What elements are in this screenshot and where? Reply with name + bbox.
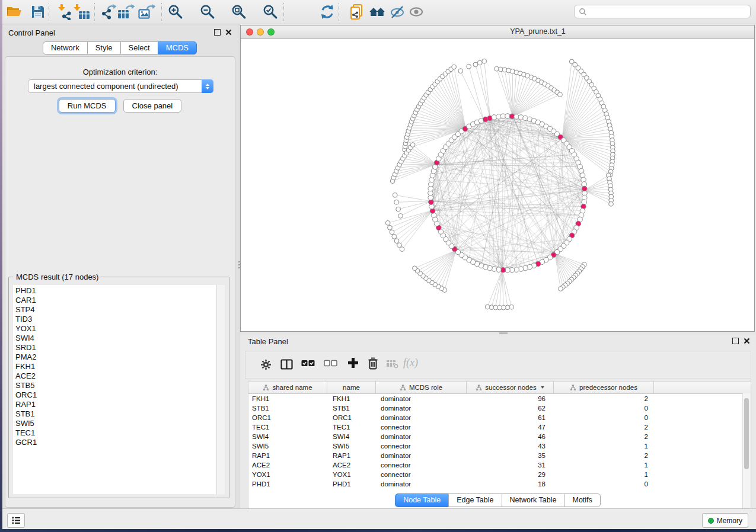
control-tab-select[interactable]: Select [120, 41, 158, 55]
save-session-icon[interactable] [30, 4, 46, 20]
table-cell: 1 [554, 443, 654, 450]
column-header-shared-name[interactable]: shared name [248, 382, 327, 393]
column-header-name[interactable]: name [327, 382, 376, 393]
table-row[interactable]: RAP1RAP1dominator352 [248, 451, 751, 460]
result-node-item[interactable]: STP4 [13, 305, 225, 315]
table-cell: FKH1 [327, 395, 376, 402]
table-row[interactable]: TEC1TEC1connector472 [248, 422, 751, 432]
zoom-out-icon[interactable] [199, 4, 216, 20]
search-box[interactable] [574, 5, 751, 18]
table-cell: YOX1 [248, 471, 327, 478]
result-node-item[interactable]: SRD1 [13, 343, 225, 352]
control-tab-network[interactable]: Network [43, 41, 88, 55]
console-button[interactable] [7, 513, 25, 528]
table-row[interactable]: SWI5SWI5connector431 [248, 441, 751, 451]
table-scrollbar-thumb[interactable] [744, 398, 749, 469]
table-row[interactable]: ORC1ORC1dominator610 [248, 413, 751, 422]
result-node-item[interactable]: YOX1 [13, 324, 225, 334]
close-panel-button[interactable]: Close panel [123, 99, 182, 113]
table-row[interactable]: FKH1FKH1dominator962 [248, 394, 751, 403]
result-node-item[interactable]: TEC1 [13, 428, 225, 438]
table-cell: 96 [467, 395, 554, 402]
table-cell: ORC1 [327, 414, 376, 421]
table-row[interactable]: STB1STB1dominator620 [248, 403, 751, 413]
table-cell: TEC1 [248, 424, 327, 431]
table-cell: dominator [376, 414, 467, 421]
table-tab-motifs[interactable]: Motifs [564, 493, 600, 507]
mcds-result-title: MCDS result (17 nodes) [14, 273, 101, 281]
export-image-icon[interactable] [138, 4, 157, 20]
network-window-titlebar[interactable]: YPA_prune.txt_1 [241, 25, 754, 39]
result-node-item[interactable]: PHD1 [13, 286, 225, 296]
show-columns-icon[interactable] [280, 359, 293, 370]
column-label: successor nodes [485, 384, 536, 391]
table-row[interactable]: YOX1YOX1connector291 [248, 470, 751, 479]
result-node-item[interactable]: CAR1 [13, 296, 225, 305]
control-tab-mcds[interactable]: MCDS [158, 41, 197, 55]
column-header-predecessor-nodes[interactable]: predecessor nodes [554, 382, 654, 393]
table-cell: SWI5 [327, 443, 376, 450]
control-tab-style[interactable]: Style [87, 41, 121, 55]
table-cell: TEC1 [327, 424, 376, 431]
criterion-dropdown[interactable]: largest connected component (undirected) [28, 79, 213, 93]
network-canvas[interactable] [241, 39, 754, 331]
zoom-fit-icon[interactable] [231, 4, 247, 20]
column-label: shared name [272, 384, 312, 391]
add-column-icon[interactable] [347, 357, 359, 368]
table-cell: connector [376, 443, 467, 450]
result-node-item[interactable]: PMA2 [13, 352, 225, 362]
table-row[interactable]: SWI4SWI4dominator462 [248, 432, 751, 441]
result-node-item[interactable]: GCR1 [13, 438, 225, 447]
table-cell: dominator [376, 480, 467, 488]
result-node-item[interactable]: ACE2 [13, 371, 225, 381]
result-node-item[interactable]: RAP1 [13, 400, 225, 409]
column-label: MCDS role [409, 384, 442, 391]
result-node-item[interactable]: FKH1 [13, 362, 225, 371]
close-panel-icon[interactable] [744, 338, 750, 344]
zoom-selected-icon[interactable] [262, 4, 279, 20]
search-input[interactable] [587, 7, 746, 17]
table-tab-network-table[interactable]: Network Table [502, 493, 565, 507]
result-node-item[interactable]: TID3 [13, 315, 225, 324]
select-all-icon[interactable] [301, 359, 315, 367]
column-label: predecessor nodes [579, 384, 637, 391]
result-node-item[interactable]: ORC1 [13, 390, 225, 400]
hide-graphics-details-icon[interactable] [389, 4, 406, 20]
column-header-successor-nodes[interactable]: successor nodes [467, 382, 554, 393]
zoom-in-icon[interactable] [167, 4, 184, 20]
table-cell: 0 [554, 414, 654, 421]
main-toolbar [2, 0, 756, 24]
table-tab-node-table[interactable]: Node Table [395, 493, 449, 507]
table-row[interactable]: ACE2ACE2connector311 [248, 460, 751, 470]
mcds-result-list[interactable]: PHD1CAR1STP4TID3YOX1SWI4SRD1PMA2FKH1ACE2… [13, 285, 225, 494]
column-header-MCDS-role[interactable]: MCDS role [376, 382, 467, 393]
table-row[interactable]: PHD1PHD1dominator180 [248, 479, 751, 489]
result-node-item[interactable]: STB1 [13, 409, 225, 419]
table-cell: 2 [554, 424, 654, 431]
float-panel-icon[interactable] [214, 29, 221, 36]
table-settings-gear-icon[interactable] [260, 359, 272, 370]
open-session-icon[interactable] [6, 4, 23, 20]
run-mcds-button[interactable]: Run MCDS [59, 99, 116, 113]
share-document-icon[interactable] [349, 4, 365, 20]
toolbar-separator [283, 3, 284, 21]
close-panel-icon[interactable] [225, 29, 232, 36]
result-list-scrollbar[interactable] [216, 285, 225, 494]
home-icon[interactable] [369, 4, 385, 20]
delete-column-icon[interactable] [368, 357, 378, 370]
import-network-icon[interactable] [57, 4, 74, 20]
task-list-icon [12, 517, 21, 524]
show-graphics-details-icon[interactable] [408, 4, 425, 20]
result-node-item[interactable]: STB5 [13, 381, 225, 390]
export-table-icon[interactable] [117, 4, 136, 20]
import-table-icon[interactable] [72, 4, 91, 20]
result-node-item[interactable]: SWI5 [13, 419, 225, 428]
dropdown-stepper-icon [202, 79, 213, 93]
float-panel-icon[interactable] [732, 338, 739, 344]
result-node-item[interactable]: SWI4 [13, 334, 225, 343]
table-tab-edge-table[interactable]: Edge Table [448, 493, 502, 507]
refresh-icon[interactable] [319, 4, 336, 20]
deselect-all-icon[interactable] [324, 359, 337, 367]
export-network-icon[interactable] [100, 4, 117, 20]
memory-button[interactable]: Memory [702, 513, 748, 528]
